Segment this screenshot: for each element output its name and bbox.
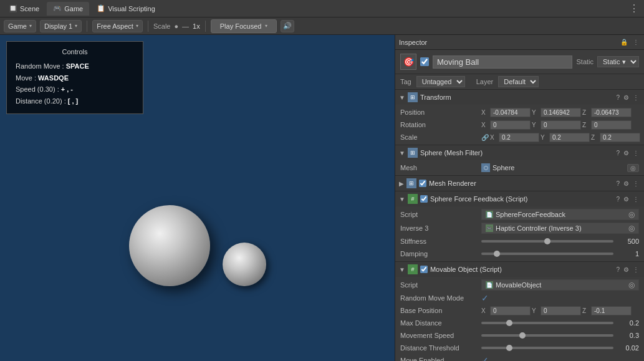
object-name-field[interactable] xyxy=(433,55,572,69)
position-x-field[interactable] xyxy=(490,108,531,117)
inspector-lock-button[interactable]: 🔒 xyxy=(619,39,629,46)
movable-object-settings-button[interactable]: ⚙ xyxy=(622,266,630,273)
movable-object-title: Movable Object (Script) xyxy=(430,266,613,273)
sphere-force-header[interactable]: ▼ # Sphere Force Feedback (Script) ? ⚙ ⋮ xyxy=(395,191,644,206)
base-position-row: Base Position X Y Z xyxy=(395,304,644,317)
damping-slider[interactable] xyxy=(481,253,613,255)
distance-label: Distance (0.20) : xyxy=(16,97,68,105)
base-pos-z-field[interactable] xyxy=(591,306,632,315)
mute-button[interactable]: 🔊 xyxy=(281,20,294,32)
play-focused-button[interactable]: Play Focused ▾ xyxy=(211,19,277,33)
controls-row-2: Move : WASDQE xyxy=(16,72,134,84)
mesh-name: Sphere xyxy=(493,164,514,171)
static-dropdown[interactable]: Static ▾ xyxy=(597,56,639,67)
mesh-icon: ⬡ xyxy=(481,163,490,172)
movable-script-name: MovableObject xyxy=(496,281,541,289)
inspector-title: Inspector xyxy=(399,39,427,46)
display-label: Display 1 xyxy=(44,22,72,30)
inverse3-select-button[interactable]: ◎ xyxy=(628,224,635,233)
controls-row-1: Random Move : SPACE xyxy=(16,60,134,72)
scale-separator: — xyxy=(182,22,189,30)
kebab-menu-button[interactable]: ⋮ xyxy=(627,2,642,14)
transform-kebab-button[interactable]: ⋮ xyxy=(632,94,640,101)
move-enabled-row: Move Enabled ✓ xyxy=(395,354,644,361)
mesh-filter-component: ▼ ⊞ Sphere (Mesh Filter) ? ⚙ ⋮ Mesh ⬡ Sp… xyxy=(395,145,644,176)
tag-dropdown[interactable]: Untagged xyxy=(416,76,465,87)
transform-header[interactable]: ▼ ⊞ Transform ? ⚙ ⋮ xyxy=(395,90,644,105)
script-select-button[interactable]: ◎ xyxy=(628,210,635,219)
mesh-filter-help-button[interactable]: ? xyxy=(615,150,621,156)
stiffness-slider[interactable] xyxy=(481,240,613,243)
mesh-label: Mesh xyxy=(400,164,481,171)
mesh-filter-arrow-icon: ▼ xyxy=(399,150,405,156)
distance-threshold-slider[interactable] xyxy=(481,347,613,349)
movable-object-help-button[interactable]: ? xyxy=(615,266,621,273)
scale-x-field[interactable] xyxy=(499,133,539,142)
mesh-renderer-kebab-button[interactable]: ⋮ xyxy=(632,180,640,187)
tab-game[interactable]: 🎮 Game xyxy=(47,2,89,16)
sphere-force-btns: ? ⚙ ⋮ xyxy=(615,196,640,203)
scale-value: 1x xyxy=(193,22,200,30)
mesh-ref: ⬡ Sphere xyxy=(481,163,625,172)
sphere-force-checkbox[interactable] xyxy=(420,195,428,203)
aspect-dropdown[interactable]: Free Aspect ▾ xyxy=(92,20,143,32)
mesh-renderer-settings-button[interactable]: ⚙ xyxy=(622,180,630,187)
tab-scene[interactable]: 🔲 Scene xyxy=(2,2,46,16)
rotation-x-field[interactable] xyxy=(490,120,531,130)
transform-btns: ? ⚙ ⋮ xyxy=(615,94,640,101)
display-dropdown[interactable]: Display 1 ▾ xyxy=(40,20,82,32)
top-tabs-bar: 🔲 Scene 🎮 Game 📋 Visual Scripting ⋮ xyxy=(0,0,644,17)
speed-key: + , - xyxy=(61,85,73,93)
tab-visual-scripting[interactable]: 📋 Visual Scripting xyxy=(90,2,161,16)
max-distance-label: Max Distance xyxy=(400,319,481,327)
position-z-field[interactable] xyxy=(591,108,632,117)
rotation-z-field[interactable] xyxy=(591,120,632,130)
movable-object-kebab-button[interactable]: ⋮ xyxy=(632,266,640,273)
mesh-select-button[interactable]: ◎ xyxy=(627,164,639,172)
base-pos-y-field[interactable] xyxy=(541,306,581,315)
base-pos-x-field[interactable] xyxy=(490,306,531,315)
movable-script-label: Script xyxy=(400,281,481,289)
scale-y-field[interactable] xyxy=(549,133,590,142)
mesh-renderer-header[interactable]: ▶ ⊞ Mesh Renderer ? ⚙ ⋮ xyxy=(395,176,644,191)
mesh-renderer-checkbox[interactable] xyxy=(419,180,426,187)
main-content: Controls Random Move : SPACE Move : WASD… xyxy=(0,35,644,361)
move-enabled-value: ✓ xyxy=(481,355,639,361)
sphere-force-kebab-button[interactable]: ⋮ xyxy=(632,196,640,203)
sphere-force-help-button[interactable]: ? xyxy=(615,196,621,203)
transform-component: ▼ ⊞ Transform ? ⚙ ⋮ Position X Y xyxy=(395,90,644,145)
mesh-filter-settings-button[interactable]: ⚙ xyxy=(622,150,630,156)
inspector-kebab-button[interactable]: ⋮ xyxy=(632,39,640,46)
layer-dropdown[interactable]: Default xyxy=(498,76,539,87)
scale-y-label: Y xyxy=(541,134,548,141)
movable-object-checkbox[interactable] xyxy=(420,266,428,273)
transform-help-button[interactable]: ? xyxy=(615,94,621,101)
position-y-field[interactable] xyxy=(541,108,581,117)
transform-settings-button[interactable]: ⚙ xyxy=(622,94,630,101)
toolbar-separator-3 xyxy=(205,21,206,32)
game-dropdown[interactable]: Game ▾ xyxy=(4,20,36,32)
sphere-force-settings-button[interactable]: ⚙ xyxy=(622,196,630,203)
damping-row: Damping 1 xyxy=(395,248,644,260)
game-toolbar: Game ▾ Display 1 ▾ Free Aspect ▾ Scale ●… xyxy=(0,17,644,35)
mesh-filter-kebab-button[interactable]: ⋮ xyxy=(632,150,640,156)
mesh-filter-body: Mesh ⬡ Sphere ◎ xyxy=(395,160,644,175)
object-active-checkbox[interactable] xyxy=(420,57,429,66)
mesh-renderer-help-button[interactable]: ? xyxy=(615,180,621,187)
rotation-z-label: Z xyxy=(582,122,590,128)
random-move-mode-value: ✓ xyxy=(481,293,639,303)
object-header: 🎯 Static Static ▾ xyxy=(395,50,644,74)
position-y-label: Y xyxy=(532,109,539,116)
base-pos-x-label: X xyxy=(481,307,489,314)
mesh-filter-header[interactable]: ▼ ⊞ Sphere (Mesh Filter) ? ⚙ ⋮ xyxy=(395,145,644,160)
inverse3-name: Haptic Controller (Inverse 3) xyxy=(496,224,582,232)
scale-label: Scale xyxy=(153,22,171,30)
movable-script-select-button[interactable]: ◎ xyxy=(628,281,635,289)
scale-z-field[interactable] xyxy=(600,133,640,142)
sphere-force-body: Script 📄 SphereForceFeedback ◎ Inverse 3… xyxy=(395,206,644,261)
random-move-mode-label: Random Move Mode xyxy=(400,294,481,302)
movement-speed-slider[interactable] xyxy=(481,334,613,337)
movable-object-header[interactable]: ▼ # Movable Object (Script) ? ⚙ ⋮ xyxy=(395,262,644,277)
max-distance-slider[interactable] xyxy=(481,322,613,324)
rotation-y-field[interactable] xyxy=(541,120,581,130)
